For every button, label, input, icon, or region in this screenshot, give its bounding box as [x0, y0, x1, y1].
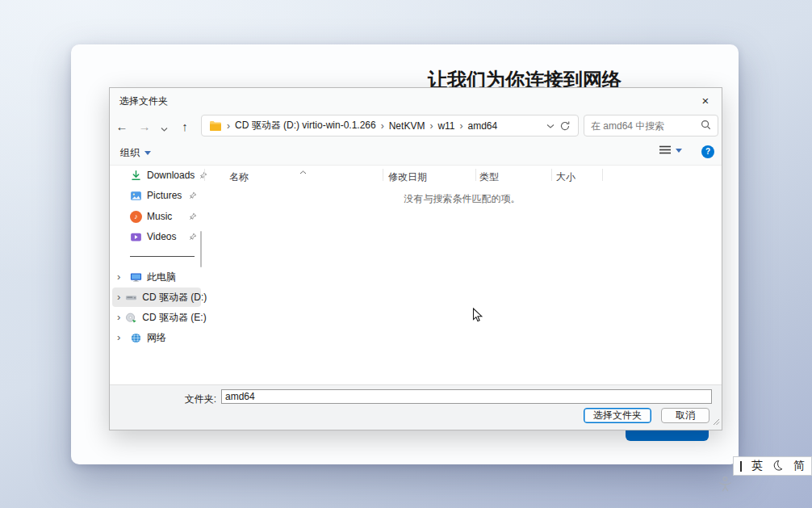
breadcrumb-separator: › [429, 120, 433, 132]
expander-icon[interactable]: › [117, 313, 120, 321]
expander-icon[interactable]: › [117, 293, 120, 301]
ime-simplified-mode[interactable]: 简 [793, 459, 805, 473]
sidebar-item-label: CD 驱动器 (E:) [142, 311, 206, 325]
empty-folder-message: 没有与搜索条件匹配的项。 [203, 192, 722, 206]
sort-ascending-icon [299, 166, 307, 177]
organize-button[interactable]: 组织 [120, 144, 151, 162]
pin-icon [189, 212, 197, 220]
forward-button[interactable]: → [134, 115, 155, 136]
chevron-down-icon [161, 120, 168, 134]
refresh-icon[interactable] [559, 120, 571, 132]
dialog-body: Downloads Pictures ♪ Music [110, 166, 722, 384]
column-separator[interactable] [383, 169, 383, 181]
recent-locations-button[interactable] [157, 115, 171, 136]
pin-icon [189, 191, 197, 199]
help-button[interactable]: ? [701, 145, 714, 158]
column-header-size[interactable]: 大小 [556, 170, 576, 184]
pin-icon [189, 233, 197, 241]
chevron-down-icon [676, 149, 682, 153]
sidebar-item-label: Pictures [147, 190, 182, 201]
address-dropdown-icon[interactable] [546, 124, 555, 128]
accessibility-icon[interactable] [718, 476, 733, 497]
sidebar-item-label: 此电脑 [147, 271, 176, 284]
column-separator[interactable] [602, 169, 603, 181]
column-header-date[interactable]: 修改日期 [388, 170, 427, 184]
ime-english-mode[interactable]: 英 [751, 459, 763, 473]
navigation-bar: ← → ↑ › CD 驱动器 (D:) virtio-win-0.1.266 ›… [110, 112, 722, 140]
search-input[interactable] [591, 120, 701, 132]
up-button[interactable]: ↑ [174, 115, 195, 136]
folder-name-label: 文件夹: [179, 393, 216, 406]
breadcrumb-separator: › [460, 120, 463, 132]
sidebar-item-pictures[interactable]: Pictures [112, 186, 201, 205]
breadcrumb-separator: › [227, 120, 230, 132]
column-header-name[interactable]: 名称 [229, 170, 249, 184]
sidebar-item-label: 网络 [147, 331, 166, 345]
column-header-type[interactable]: 类型 [479, 170, 499, 184]
sidebar-item-label: Downloads [147, 170, 195, 181]
sidebar-item-network[interactable]: › 网络 [112, 328, 201, 347]
navigation-pane: Downloads Pictures ♪ Music [110, 166, 203, 384]
downloads-icon [130, 170, 142, 182]
column-separator[interactable] [204, 169, 205, 181]
music-icon: ♪ [130, 211, 142, 223]
sidebar-item-downloads[interactable]: Downloads [112, 166, 201, 185]
sidebar-item-cd-drive-d[interactable]: › CD 驱动器 (D:) [112, 288, 201, 307]
sidebar-item-videos[interactable]: Videos [112, 227, 201, 246]
pictures-icon [130, 190, 142, 202]
breadcrumb-segment-amd64[interactable]: amd64 [468, 120, 498, 132]
chevron-down-icon [144, 151, 151, 155]
sidebar-item-this-pc[interactable]: › 此电脑 [112, 267, 201, 287]
cd-drive-icon [125, 292, 137, 304]
select-folder-dialog: 选择文件夹 × ← → ↑ › CD 驱动器 (D:) virtio-win-0… [109, 87, 722, 430]
column-separator[interactable] [551, 169, 552, 181]
column-separator[interactable] [475, 169, 476, 181]
address-bar[interactable]: › CD 驱动器 (D:) virtio-win-0.1.266 › NetKV… [201, 115, 579, 136]
cd-disc-icon [125, 312, 137, 324]
cancel-button[interactable]: 取消 [661, 408, 709, 423]
network-icon [130, 332, 142, 344]
file-list: 名称 修改日期 类型 大小 没有与搜索条件匹配的项。 [203, 166, 722, 384]
details-view-icon [659, 145, 671, 157]
expander-icon[interactable]: › [117, 273, 125, 281]
select-folder-button[interactable]: 选择文件夹 [584, 408, 651, 423]
sidebar-divider [130, 256, 195, 257]
half-width-moon-icon[interactable] [772, 459, 784, 474]
breadcrumb-segment-netkvm[interactable]: NetKVM [389, 120, 425, 132]
ime-language-bar: 英 简 [733, 456, 812, 476]
oobe-next-button[interactable] [626, 430, 709, 441]
computer-icon [130, 271, 142, 283]
mouse-cursor [472, 308, 484, 327]
sidebar-item-music[interactable]: ♪ Music [112, 207, 201, 226]
search-box [584, 115, 718, 136]
sidebar-scrollbar[interactable] [200, 231, 202, 267]
sidebar-item-label: CD 驱动器 (D:) [142, 291, 207, 304]
dialog-footer: 文件夹: 选择文件夹 取消 [110, 384, 722, 430]
close-button[interactable]: × [689, 88, 722, 112]
dialog-title: 选择文件夹 [119, 94, 168, 108]
search-icon [701, 120, 711, 132]
back-button[interactable]: ← [111, 115, 132, 136]
resize-grip-icon[interactable] [713, 417, 720, 428]
close-icon: × [702, 94, 709, 107]
oobe-screen: 让我们为你连接到网络 选择文件夹 × ← → ↑ › CD 驱动器 (D:) v… [0, 0, 812, 508]
folder-icon [209, 120, 222, 132]
command-bar: 组织 ? [110, 140, 722, 166]
videos-icon [130, 231, 142, 243]
sidebar-item-cd-drive-e[interactable]: › CD 驱动器 (E:) [112, 308, 201, 327]
sidebar-item-label: Music [147, 211, 172, 222]
ime-caret [740, 461, 742, 472]
breadcrumb-segment-w11[interactable]: w11 [437, 120, 454, 132]
folder-name-input[interactable] [221, 389, 712, 404]
expander-icon[interactable]: › [117, 334, 125, 342]
sidebar-item-label: Videos [147, 231, 176, 242]
breadcrumb-segment-drive[interactable]: CD 驱动器 (D:) virtio-win-0.1.266 [235, 119, 376, 132]
organize-label: 组织 [120, 146, 140, 160]
view-options-button[interactable] [659, 145, 682, 157]
dialog-titlebar[interactable]: 选择文件夹 × [110, 88, 722, 112]
breadcrumb-separator: › [381, 120, 384, 132]
